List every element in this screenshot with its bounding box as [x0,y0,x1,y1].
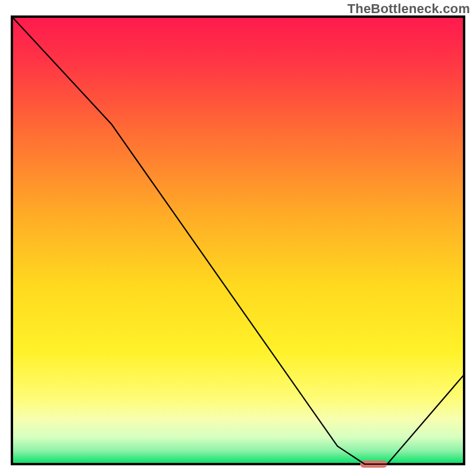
watermark-text: TheBottleneck.com [347,1,470,17]
chart-background [12,17,464,464]
bottleneck-chart [0,0,476,476]
chart-container: TheBottleneck.com [0,0,476,476]
